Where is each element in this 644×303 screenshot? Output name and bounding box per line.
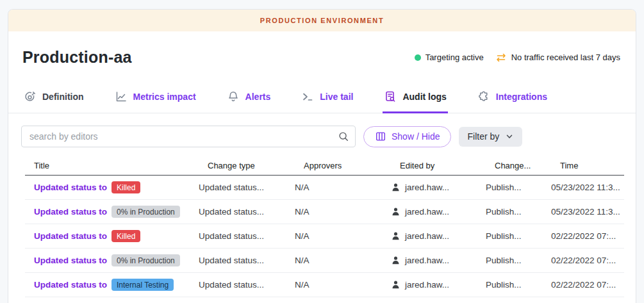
row-change: Publish... <box>486 231 551 241</box>
row-time: 02/22/2022 07:... <box>551 231 624 241</box>
row-title-link[interactable]: Updated status to <box>34 207 107 217</box>
tab-audit-logs-label: Audit logs <box>402 92 446 102</box>
search-icon <box>338 131 349 142</box>
column-header-edited-by[interactable]: Edited by <box>391 161 486 170</box>
traffic-status-label: No traffic received last 7 days <box>511 53 620 62</box>
column-header-change[interactable]: Change... <box>486 161 551 170</box>
row-edited-by-label: jared.haw... <box>405 256 449 265</box>
row-change: Publish... <box>486 280 551 290</box>
row-approvers: N/A <box>295 207 391 217</box>
targeting-status: Targeting active <box>415 53 484 62</box>
row-change: Publish... <box>486 256 551 265</box>
row-title-cell: Updated status to Killed <box>25 230 199 242</box>
row-title-link[interactable]: Updated status to <box>34 183 107 192</box>
filter-by-label: Filter by <box>467 131 499 142</box>
column-header-approvers[interactable]: Approvers <box>295 161 391 170</box>
user-icon <box>391 256 400 265</box>
row-change-type: Updated status... <box>199 207 295 217</box>
tab-definition[interactable]: Definition <box>22 83 85 113</box>
targeting-status-label: Targeting active <box>425 53 484 62</box>
banner-label: PRODUCTION ENVIRONMENT <box>260 17 384 24</box>
tab-metrics-impact-label: Metrics impact <box>133 92 196 102</box>
row-edited-by: jared.haw... <box>391 231 486 241</box>
row-title-cell: Updated status to Killed <box>25 181 199 193</box>
status-badge: Internal Testing <box>111 279 174 291</box>
user-icon <box>391 183 400 192</box>
row-title-cell: Updated status to 0% in Production <box>25 254 199 266</box>
row-time: 02/22/2022 07:... <box>551 256 624 265</box>
row-edited-by: jared.haw... <box>391 207 486 217</box>
show-hide-label: Show / Hide <box>392 131 440 142</box>
table-row[interactable]: Updated status to Killed Updated status.… <box>25 176 624 200</box>
tab-alerts-label: Alerts <box>245 92 271 102</box>
production-environment-banner: PRODUCTION ENVIRONMENT <box>8 10 636 31</box>
row-change-type: Updated status... <box>199 183 295 192</box>
row-edited-by: jared.haw... <box>391 183 486 192</box>
search-box <box>21 126 356 147</box>
search-input[interactable] <box>21 126 356 147</box>
row-title-link[interactable]: Updated status to <box>34 280 107 290</box>
tab-alerts[interactable]: Alerts <box>226 83 272 113</box>
table-row[interactable]: Updated status to 0% in Production Updat… <box>25 249 624 273</box>
tab-audit-logs[interactable]: Audit logs <box>383 83 447 113</box>
tab-definition-label: Definition <box>42 92 84 102</box>
status-badge: Killed <box>111 230 140 242</box>
status-badge: Killed <box>111 181 140 193</box>
table-row[interactable]: Updated status to Internal Testing Updat… <box>25 273 624 297</box>
table-row[interactable]: Updated status to 0% in Production Updat… <box>25 200 624 224</box>
column-header-time[interactable]: Time <box>551 161 624 170</box>
row-time: 05/23/2022 11:3... <box>551 207 624 217</box>
tab-bar: Definition Metrics impact Alerts Live ta… <box>8 83 636 113</box>
row-edited-by: jared.haw... <box>391 280 486 290</box>
row-title-cell: Updated status to 0% in Production <box>25 206 199 218</box>
tab-integrations-label: Integrations <box>496 92 547 102</box>
column-header-change-type[interactable]: Change type <box>199 161 295 170</box>
audit-logs-table: Title Change type Approvers Edited by Ch… <box>25 156 624 297</box>
row-approvers: N/A <box>295 256 391 265</box>
tab-integrations[interactable]: Integrations <box>476 83 549 113</box>
row-change-type: Updated status... <box>199 231 295 241</box>
filter-by-button[interactable]: Filter by <box>459 127 522 147</box>
row-title-cell: Updated status to Internal Testing <box>25 279 199 291</box>
row-title-link[interactable]: Updated status to <box>34 256 107 265</box>
terminal-icon <box>301 90 314 103</box>
traffic-arrows-icon <box>495 53 507 62</box>
row-change-type: Updated status... <box>199 280 295 290</box>
row-edited-by-label: jared.haw... <box>405 183 449 192</box>
page-header: Production-aa Targeting active No traffi… <box>8 31 636 67</box>
row-edited-by: jared.haw... <box>391 256 486 265</box>
user-icon <box>391 280 400 290</box>
green-dot-icon <box>415 54 421 61</box>
tab-live-tail-label: Live tail <box>320 92 353 102</box>
bell-icon <box>227 90 240 103</box>
column-header-title[interactable]: Title <box>25 161 199 170</box>
row-change-type: Updated status... <box>199 256 295 265</box>
gauge-pen-icon <box>24 90 37 103</box>
puzzle-icon <box>477 90 490 103</box>
row-approvers: N/A <box>295 280 391 290</box>
row-title-link[interactable]: Updated status to <box>34 231 107 241</box>
user-icon <box>391 231 400 241</box>
table-header-row: Title Change type Approvers Edited by Ch… <box>25 156 624 176</box>
show-hide-button[interactable]: Show / Hide <box>363 126 451 147</box>
traffic-status: No traffic received last 7 days <box>495 53 620 62</box>
line-chart-icon <box>115 90 128 103</box>
status-badge: 0% in Production <box>111 206 180 218</box>
row-edited-by-label: jared.haw... <box>405 280 449 290</box>
status-group: Targeting active No traffic received las… <box>415 53 620 62</box>
environment-card: PRODUCTION ENVIRONMENT Production-aa Tar… <box>8 9 636 303</box>
row-edited-by-label: jared.haw... <box>405 207 449 217</box>
row-edited-by-label: jared.haw... <box>405 231 449 241</box>
row-change: Publish... <box>486 183 551 192</box>
tab-live-tail[interactable]: Live tail <box>300 83 354 113</box>
tab-metrics-impact[interactable]: Metrics impact <box>113 83 197 113</box>
row-change: Publish... <box>486 207 551 217</box>
chevron-down-icon <box>505 132 514 141</box>
user-icon <box>391 207 400 217</box>
page-title: Production-aa <box>22 48 132 67</box>
audit-logs-toolbar: Show / Hide Filter by <box>8 113 636 147</box>
table-row[interactable]: Updated status to Killed Updated status.… <box>25 224 624 249</box>
row-time: 05/23/2022 11:3... <box>551 183 624 192</box>
document-search-icon <box>384 90 397 103</box>
row-time: 02/22/2022 07:... <box>551 280 624 290</box>
